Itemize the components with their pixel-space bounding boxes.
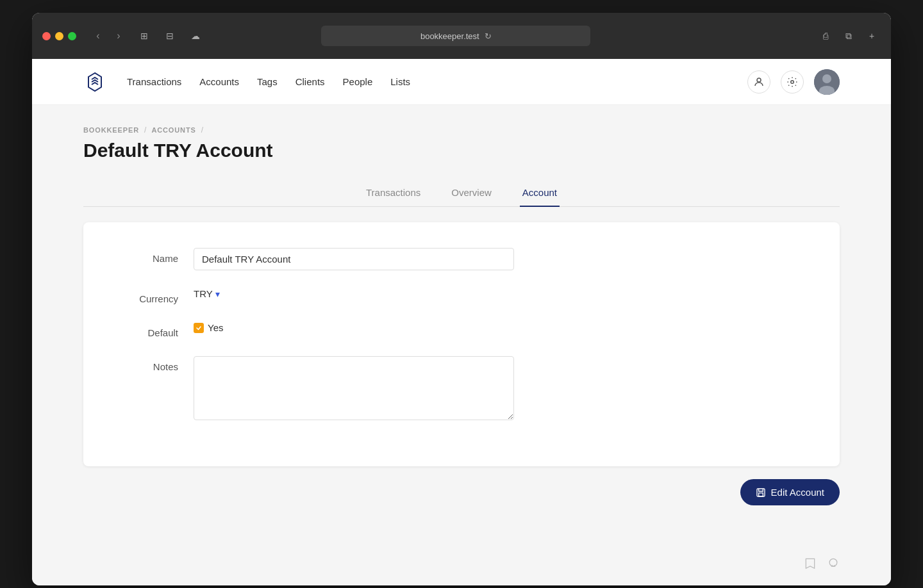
nav-link-clients[interactable]: Clients [295, 76, 325, 87]
save-icon [756, 487, 766, 498]
tab-overview[interactable]: Overview [449, 179, 494, 207]
notes-textarea[interactable] [194, 356, 514, 420]
tab-transactions[interactable]: Transactions [363, 179, 423, 207]
currency-field: TRY ▾ [194, 288, 514, 299]
svg-point-0 [757, 78, 761, 82]
name-field [194, 248, 514, 270]
share-button[interactable]: ⎙ [817, 27, 835, 45]
omega-icon[interactable] [827, 557, 840, 573]
nav-link-lists[interactable]: Lists [390, 76, 410, 87]
default-checkbox[interactable] [194, 323, 204, 333]
page-content: Transactions Accounts Tags Clients Peopl… [32, 59, 891, 585]
url-text: bookkeeper.test [420, 31, 479, 41]
tab-account[interactable]: Account [520, 179, 560, 207]
back-button[interactable]: ‹ [89, 27, 107, 45]
breadcrumb-sep-1: / [144, 126, 146, 135]
cloud-button[interactable]: ☁ [187, 27, 204, 45]
notes-label: Notes [114, 356, 178, 372]
form-row-currency: Currency TRY ▾ [114, 288, 809, 304]
nav-right [747, 69, 840, 95]
name-label: Name [114, 248, 178, 264]
traffic-light-yellow[interactable] [55, 32, 63, 40]
nav-link-tags[interactable]: Tags [257, 76, 278, 87]
top-nav: Transactions Accounts Tags Clients Peopl… [32, 59, 891, 105]
user-icon-button[interactable] [747, 70, 770, 94]
default-field: Yes [194, 322, 514, 333]
currency-value: TRY [194, 288, 213, 299]
breadcrumb-sep-2: / [201, 126, 203, 135]
bookmark-icon[interactable] [804, 557, 817, 573]
default-checkbox-row: Yes [194, 322, 514, 333]
split-button[interactable]: ⊟ [161, 27, 179, 45]
edit-account-button[interactable]: Edit Account [740, 479, 840, 505]
address-bar[interactable]: bookkeeper.test ↻ [321, 26, 590, 46]
logo[interactable] [83, 70, 106, 94]
svg-point-1 [791, 80, 794, 83]
refresh-button[interactable]: ↻ [485, 31, 492, 41]
traffic-light-green[interactable] [68, 32, 76, 40]
name-input[interactable] [194, 248, 514, 270]
tabs: Transactions Overview Account [83, 179, 840, 207]
nav-link-people[interactable]: People [343, 76, 373, 87]
browser-chrome: ‹ › ⊞ ⊟ ☁ bookkeeper.test ↻ ⎙ ⧉ + [32, 13, 891, 59]
footer-icons [32, 544, 891, 585]
forward-button[interactable]: › [110, 27, 128, 45]
button-area: Edit Account [83, 479, 840, 505]
traffic-lights [42, 32, 76, 40]
add-tab-button[interactable]: + [863, 27, 881, 45]
form-row-default: Default Yes [114, 322, 809, 338]
page-title: Default TRY Account [83, 140, 840, 161]
form-row-name: Name [114, 248, 809, 270]
browser-actions: ⎙ ⧉ + [817, 27, 881, 45]
breadcrumb: BOOKKEEPER / ACCOUNTS / [83, 126, 840, 135]
default-yes-label: Yes [208, 322, 223, 333]
settings-icon-button[interactable] [781, 70, 804, 94]
currency-select[interactable]: TRY ▾ [194, 288, 514, 299]
currency-label: Currency [114, 288, 178, 304]
grid-button[interactable]: ⊞ [135, 27, 153, 45]
breadcrumb-accounts[interactable]: ACCOUNTS [151, 126, 195, 134]
default-label: Default [114, 322, 178, 338]
traffic-light-red[interactable] [42, 32, 51, 40]
browser-window: ‹ › ⊞ ⊟ ☁ bookkeeper.test ↻ ⎙ ⧉ + [32, 13, 891, 585]
form-row-notes: Notes [114, 356, 809, 423]
nav-link-transactions[interactable]: Transactions [127, 76, 181, 87]
nav-links: Transactions Accounts Tags Clients Peopl… [127, 76, 747, 87]
main-content: BOOKKEEPER / ACCOUNTS / Default TRY Acco… [32, 105, 891, 544]
window-button[interactable]: ⧉ [840, 27, 858, 45]
notes-field [194, 356, 514, 423]
breadcrumb-bookkeeper[interactable]: BOOKKEEPER [83, 126, 139, 134]
nav-arrows: ‹ › [89, 27, 128, 45]
chevron-down-icon: ▾ [215, 289, 220, 299]
user-avatar[interactable] [814, 69, 840, 95]
form-card: Name Currency TRY ▾ [83, 222, 840, 466]
svg-point-3 [822, 74, 831, 83]
edit-account-label: Edit Account [771, 487, 824, 498]
nav-link-accounts[interactable]: Accounts [199, 76, 239, 87]
